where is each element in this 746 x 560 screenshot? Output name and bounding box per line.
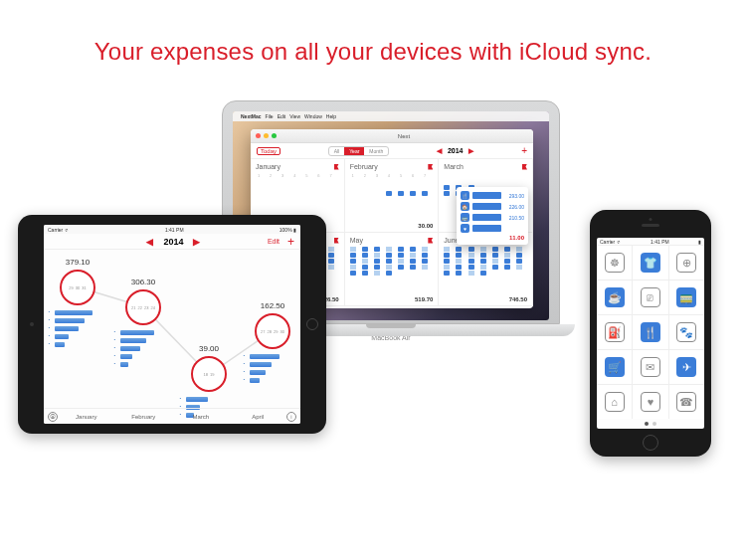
category-bar [250,370,266,375]
category-cell[interactable]: 🐾 [669,315,704,349]
category-icon: ▪ [111,361,118,368]
page-dot[interactable] [645,422,649,426]
page-dot[interactable] [653,422,656,426]
category-bar [55,318,85,323]
year-label: 2014 [163,237,183,247]
category-icon: ⛽ [605,322,625,342]
category-icon: 🏠 [461,202,469,211]
mac-month-cell[interactable]: March 11.00🍴293.00🏠226.00🚌210.50♥11.00 [439,159,533,233]
category-value: 210.50 [504,215,524,221]
mini-calendar: 1234567 [256,173,339,202]
category-icon: ▪ [46,309,53,316]
category-cell[interactable]: 🚃 [669,280,704,314]
category-bar [250,354,280,359]
category-cell[interactable]: ⎚ [633,280,667,314]
category-cell[interactable]: ☕ [597,280,632,314]
ipad-month-block[interactable]: 162.50 27282930 ▪▪▪▪ [241,301,300,385]
category-cell[interactable]: ✈ [669,350,704,384]
ipad-home-button[interactable] [306,318,318,330]
seg-year[interactable]: Year [344,147,364,155]
ipad-footer: ⦿ January February March April i [44,408,300,424]
category-icon: 🛒 [605,357,625,377]
footer-month[interactable]: February [115,414,173,420]
mac-month-cell[interactable]: May 519.70 [345,233,440,306]
flag-icon [428,238,433,244]
status-carrier: Carrier ᯤ [48,227,70,233]
category-bar [472,225,501,232]
category-bar [250,378,260,383]
ipad-month-block[interactable]: 306.30 21222324 ▪▪▪▪▪ [111,278,175,369]
view-segmented[interactable]: All Year Month [328,146,390,156]
iphone-camera-icon [650,218,653,221]
ipad-toolbar: ◀ 2014 ▶ Edit + [44,234,300,250]
headline: Your expenses on all your devices with i… [0,0,746,66]
status-time: 1:41 PM [651,239,669,245]
close-icon[interactable] [256,133,261,138]
flag-icon [334,238,339,244]
mac-menu-item[interactable]: File [266,113,274,119]
category-icon: 👕 [641,253,660,273]
mac-menu-item[interactable]: View [289,113,300,119]
category-icon: 🚌 [461,213,469,222]
iphone-speaker [642,224,659,227]
next-year-icon[interactable]: ▶ [468,147,473,155]
category-cell[interactable]: 🍴 [633,315,667,349]
status-battery: 100% ▮ [280,227,296,233]
today-button[interactable]: Today [257,147,280,155]
category-icon: ☸ [605,253,625,273]
category-value: 226.00 [504,204,524,210]
mac-menu-item[interactable]: Edit [278,113,286,119]
category-icon: 🐾 [676,322,696,342]
category-icon: ⎚ [641,287,660,307]
category-bar [120,330,154,335]
category-cell[interactable]: ☸ [597,246,632,280]
ipad: Carrier ᯤ 1:41 PM 100% ▮ ◀ 2014 ▶ Edit +… [18,215,326,434]
seg-month[interactable]: Month [364,147,388,155]
prev-year-icon[interactable]: ◀ [146,237,153,247]
category-icon: ▪ [111,345,118,352]
ipad-month-block[interactable]: 379.10 293031 ▪▪▪▪▪ [46,258,109,349]
next-year-icon[interactable]: ▶ [193,237,200,247]
edit-button[interactable]: Edit [268,238,280,245]
month-circle[interactable]: 27282930 [255,313,290,349]
category-icon: ☎ [676,392,696,412]
minimize-icon[interactable] [264,133,269,138]
category-icon: ▪ [111,337,118,344]
category-cell[interactable]: 🛒 [597,350,632,384]
month-amount: 379.10 [46,258,109,267]
footer-month[interactable]: March [172,414,230,420]
month-circle[interactable]: 21222324 [125,289,161,325]
mac-month-cell[interactable]: February 1234567 30.00 [345,159,440,233]
month-circle[interactable]: 1819 [191,356,227,392]
month-circle[interactable]: 293031 [60,270,95,305]
zoom-icon[interactable] [272,133,277,138]
category-cell[interactable]: 👕 [633,246,667,280]
category-cell[interactable]: ☎ [669,385,704,419]
mac-menubar: NextMac File Edit View Window Help [233,111,549,121]
iphone-home-button[interactable] [643,435,658,451]
category-cell[interactable]: ⊕ [669,246,704,280]
category-cell[interactable]: ♥ [633,385,667,419]
iphone: Carrier ᯤ 1:41 PM ▮ ☸👕⊕☕⎚🚃⛽🍴🐾🛒✉✈⌂♥☎ [590,210,711,457]
category-bars: ▪▪▪▪▪ [46,309,109,348]
add-button[interactable]: + [287,235,294,249]
category-cell[interactable]: ✉ [633,350,667,384]
status-time: 1:41 PM [165,227,184,233]
prev-year-icon[interactable]: ◀ [437,147,442,155]
seg-all[interactable]: All [329,147,345,155]
mac-toolbar: Today All Year Month ◀ 2014 ▶ + [251,143,533,159]
add-button[interactable]: + [521,145,527,156]
month-amount: 306.30 [111,278,175,286]
category-icon: ▪ [46,317,53,324]
mini-calendar: 1234567 [350,173,434,202]
mac-menu-item[interactable]: Window [304,113,322,119]
category-cell[interactable]: ⛽ [597,315,632,349]
settings-icon[interactable]: ⦿ [48,412,58,422]
category-cell[interactable]: ⌂ [597,385,632,419]
info-icon[interactable]: i [286,412,296,422]
category-icon: ☕ [605,287,625,307]
footer-month[interactable]: April [230,414,287,420]
mac-menu-item[interactable]: Help [326,113,336,119]
footer-month[interactable]: January [58,414,115,420]
category-bar [120,338,146,343]
